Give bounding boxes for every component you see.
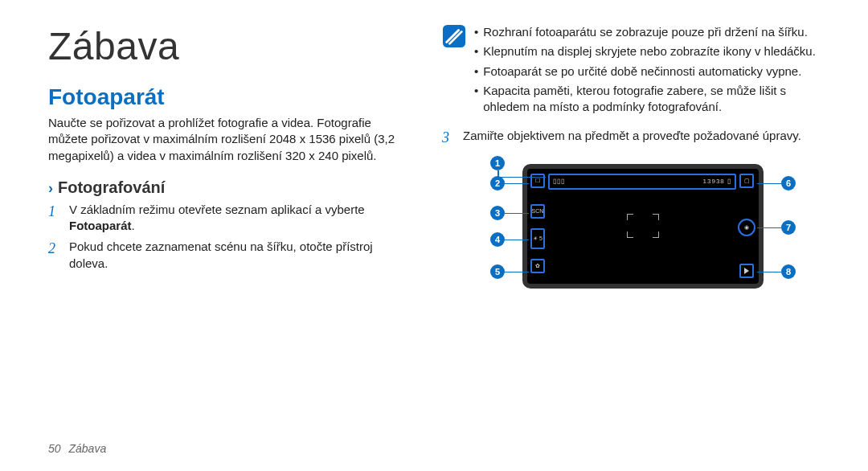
step-1: 1 V základním režimu otevřete seznam apl… (48, 202, 410, 235)
step-number: 1 (48, 202, 61, 235)
note-2: Klepnutím na displej skryjete nebo zobra… (483, 43, 816, 59)
camera-diagram: ▯▯▯ 13938 ▯ ☐ SCN ☀ 5 ✿ ▢ ◉ (466, 156, 820, 301)
callout-6: 6 (781, 176, 796, 190)
step-1-bold: Fotoaparát (69, 219, 132, 232)
callout-3: 3 (490, 206, 505, 220)
callout-5: 5 (490, 264, 505, 279)
callout-8: 8 (781, 264, 796, 279)
step-2-text: Pokud chcete zaznamenat scénu na šířku, … (69, 239, 410, 272)
note-box: Rozhraní fotoaparátu se zobrazuje pouze … (442, 24, 820, 118)
step-3-text: Zamiřte objektivem na předmět a proveďte… (463, 128, 801, 147)
switch-camera-icon: ☐ (530, 174, 545, 188)
focus-brackets-icon (627, 214, 659, 238)
note-icon (442, 24, 466, 48)
note-1: Rozhraní fotoaparátu se zobrazuje pouze … (483, 24, 808, 40)
section-heading: Fotoaparát (48, 84, 410, 110)
topbar-right: 13938 ▯ (703, 178, 731, 185)
scene-mode-icon: SCN (530, 204, 545, 219)
step-2: 2 Pokud chcete zaznamenat scénu na šířku… (48, 239, 410, 272)
step-1-text-a: V základním režimu otevřete seznam aplik… (69, 203, 365, 216)
chevron-right-icon: › (48, 180, 53, 197)
exposure-icon: ☀ 5 (530, 228, 545, 249)
page-footer: 50 Zábava (48, 442, 106, 455)
shutter-icon: ◉ (738, 219, 755, 236)
callout-4: 4 (490, 232, 505, 247)
footer-label: Zábava (68, 442, 106, 455)
camera-topbar: ▯▯▯ 13938 ▯ (548, 174, 736, 190)
gallery-thumb-icon: ▢ (739, 174, 754, 188)
settings-gear-icon: ✿ (530, 259, 545, 273)
page-title: Zábava (48, 24, 410, 68)
callout-1: 1 (490, 156, 505, 170)
camera-screen: ▯▯▯ 13938 ▯ ☐ SCN ☀ 5 ✿ ▢ ◉ (522, 164, 764, 289)
callout-2: 2 (490, 176, 505, 190)
step-3: 3 Zamiřte objektivem na předmět a proveď… (442, 128, 820, 147)
play-video-icon (739, 264, 754, 278)
note-4: Kapacita paměti, kterou fotografie zaber… (483, 83, 820, 116)
page-number: 50 (48, 442, 61, 455)
intro-text: Naučte se pořizovat a prohlížet fotograf… (48, 115, 410, 164)
step-1-text-c: . (132, 219, 135, 232)
topbar-left: ▯▯▯ (553, 178, 565, 185)
subsection-heading: Fotografování (58, 178, 165, 197)
step-number: 3 (442, 128, 455, 147)
note-3: Fotoaparát se po určité době nečinnosti … (483, 63, 801, 80)
callout-7: 7 (781, 220, 796, 235)
step-number: 2 (48, 239, 61, 272)
